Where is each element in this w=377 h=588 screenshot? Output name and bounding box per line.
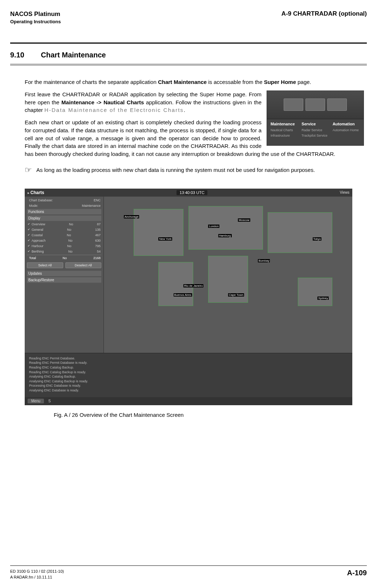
- chapter-label: A-9 CHARTRADAR (optional): [281, 10, 367, 17]
- log-line: Reading ENC Permit Database is ready.: [29, 361, 348, 365]
- thumb-bottom: Maintenance Service Automation Nautical …: [267, 119, 364, 140]
- side-row: HarbourNo795: [27, 244, 101, 248]
- side-db-val: ENC: [94, 198, 101, 202]
- note-text: As long as the loading process with new …: [36, 166, 315, 174]
- log-line: Processing ENC Database is ready.: [29, 383, 348, 388]
- section-number: 9.10: [10, 51, 24, 59]
- thumb-link: Trackpilot Service: [301, 133, 329, 138]
- thumb-col-head: Service: [301, 121, 329, 127]
- para-intro: For the maintenance of charts the separa…: [25, 78, 364, 86]
- text: is accessable from the: [207, 79, 264, 85]
- header-divider: [10, 43, 367, 44]
- side-buttons: Select All Deselect All: [27, 262, 101, 268]
- city-label: London: [208, 225, 219, 228]
- side-row: GeneralNo135: [27, 227, 101, 232]
- section-heading: 9.10 Chart Maintenance: [10, 51, 367, 59]
- thumb-top: [267, 91, 364, 119]
- thumb-tile: [305, 98, 325, 111]
- side-row: BerthingNo54: [27, 249, 101, 254]
- log-line: Analysing ENC Database is ready.: [29, 388, 348, 393]
- chapter-reference: H-Data Maintenance of the Electronic Cha…: [44, 107, 184, 113]
- log-line: Analysing ENC Catalog Backup.: [29, 374, 348, 379]
- fig-map: Anchorage New York London Moscow Hamburg…: [104, 197, 352, 353]
- side-total: TotalNo2168: [27, 255, 101, 260]
- doc-title: NACOS Platinum: [10, 10, 61, 18]
- thumb-link: Automation Home: [333, 128, 360, 133]
- side-updates: Updates: [27, 271, 101, 276]
- body: For the maintenance of charts the separa…: [10, 78, 367, 174]
- page-number: A-109: [347, 569, 367, 577]
- doc-subtitle: Operating Instructions: [10, 19, 61, 24]
- city-label: Cape Town: [228, 293, 244, 297]
- thumb-tile: [284, 98, 303, 111]
- thumb-tile: [327, 98, 347, 111]
- footer-left: ED 3100 G 110 / 02 (2011-10) A RADAR.fm …: [10, 569, 64, 580]
- text: page.: [296, 79, 311, 85]
- side-mode-val: Maintenance: [82, 204, 101, 208]
- thumb-col-head: Automation: [333, 121, 360, 127]
- side-tab-functions: Functions: [27, 209, 101, 214]
- page-footer: ED 3100 G 110 / 02 (2011-10) A RADAR.fm …: [10, 565, 367, 580]
- side-mode-row: Mode:Maintenance: [27, 204, 101, 208]
- fig-arrow-icon: ▸ Charts: [28, 190, 44, 195]
- side-row: CoastalNo467: [27, 233, 101, 237]
- city-label: Moscow: [238, 218, 250, 222]
- log-line: Reading ENC Permit Database.: [29, 356, 348, 361]
- section-divider: [10, 64, 367, 66]
- fig-bottombar: Menu S: [25, 397, 352, 405]
- doc-file: A RADAR.fm / 10.11.11: [10, 575, 64, 580]
- fig-views: Views: [340, 190, 350, 194]
- log-line: Reading ENC Catalog Backup.: [29, 365, 348, 370]
- super-home-thumbnail: Maintenance Service Automation Nautical …: [267, 90, 364, 146]
- figure-caption: Fig. A / 26 Overview of the Chart Mainte…: [54, 412, 367, 418]
- page-header: NACOS Platinum Operating Instructions A-…: [10, 10, 367, 24]
- header-left: NACOS Platinum Operating Instructions: [10, 10, 61, 24]
- text: .: [184, 107, 185, 113]
- city-label: Buenos Aires: [174, 293, 192, 297]
- city-label: Tokyo: [313, 237, 322, 241]
- city-label: Sydney: [317, 297, 329, 300]
- fig-time: 13:40:03 UTC: [177, 190, 207, 195]
- select-all-button[interactable]: Select All: [27, 262, 63, 268]
- section-title: Chart Maintenance: [41, 51, 106, 59]
- fig-title: Charts: [31, 190, 44, 195]
- log-line: Analysing ENC Catalog Backup is ready.: [29, 379, 348, 384]
- fig-sidebar: Chart Database:ENC Mode:Maintenance Func…: [25, 197, 104, 353]
- deselect-all-button[interactable]: Deselect All: [65, 262, 102, 268]
- log-line: Reading ENC Catalog Backup is ready.: [29, 370, 348, 375]
- note-row: ☞ As long as the loading process with ne…: [25, 166, 364, 174]
- doc-id: ED 3100 G 110 / 02 (2011-10): [10, 569, 64, 574]
- city-label: Hamburg: [218, 234, 232, 237]
- side-backup: Backup/Restore: [27, 277, 101, 283]
- side-db-row: Chart Database:ENC: [27, 198, 101, 202]
- s-indicator: S: [48, 399, 51, 403]
- menu-path: Maintenance -> Nautical Charts: [61, 99, 144, 105]
- menu-button[interactable]: Menu: [28, 399, 44, 403]
- text: For the maintenance of charts the separa…: [25, 79, 158, 85]
- thumb-link: Radar Service: [301, 128, 329, 133]
- figure-chart-maintenance: ▸ Charts 13:40:03 UTC Views Chart Databa…: [25, 189, 352, 405]
- city-label: Anchorage: [124, 215, 139, 218]
- side-tab-display: Display: [27, 216, 101, 221]
- super-home-ref: Super Home: [264, 79, 296, 85]
- pointer-icon: ☞: [25, 166, 32, 174]
- side-row: ApproachNo630: [27, 238, 101, 243]
- thumb-link: Nautical Charts: [271, 128, 298, 133]
- side-row: OverviewNo87: [27, 222, 101, 226]
- city-label: Bombay: [258, 259, 270, 262]
- fig-topbar: ▸ Charts 13:40:03 UTC Views: [25, 189, 352, 197]
- city-label: Rio de Janeiro: [183, 284, 204, 287]
- thumb-link: Infrastructure: [271, 133, 298, 138]
- city-label: New York: [158, 237, 172, 241]
- thumb-col-head: Maintenance: [271, 121, 298, 127]
- app-name: Chart Maintenance: [158, 79, 207, 85]
